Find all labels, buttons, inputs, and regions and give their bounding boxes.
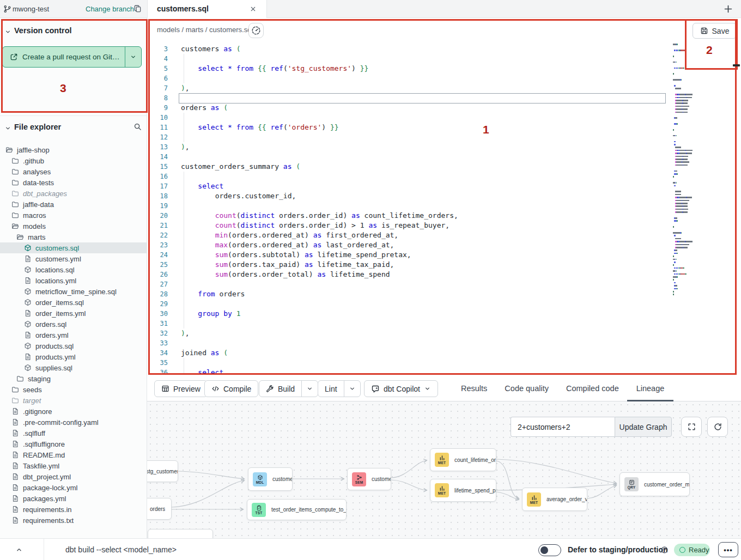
preview-button[interactable]: Preview	[154, 380, 208, 397]
tree-item-.sqlfluffignore[interactable]: .sqlfluffignore	[0, 439, 147, 449]
code-line-6[interactable]: 6	[147, 74, 741, 83]
tree-item-products.sql[interactable]: products.sql	[0, 340, 147, 351]
tree-item-.github[interactable]: .github	[0, 155, 147, 166]
tree-item-supplies.sql[interactable]: supplies.sql	[0, 362, 147, 373]
code-line-24[interactable]: 24 sum(orders.subtotal) as lifetime_spen…	[147, 250, 741, 260]
code-line-34[interactable]: 34joined as (	[147, 348, 741, 358]
tree-item-customers.yml[interactable]: customers.yml	[0, 253, 147, 264]
tree-item-locations.yml[interactable]: locations.yml	[0, 275, 147, 286]
code-line-25[interactable]: 25 sum(orders.tax_paid) as lifetime_tax_…	[147, 260, 741, 270]
tree-item-package-lock.yml[interactable]: package-lock.yml	[0, 482, 147, 493]
lineage-canvas[interactable]: MDLstg_customersMDLordersMDLcustomersTST…	[147, 401, 741, 538]
code-line-27[interactable]: 27	[147, 279, 741, 289]
tree-item-customers.sql[interactable]: customers.sql	[0, 242, 147, 253]
tree-item-Taskfile.yml[interactable]: Taskfile.yml	[0, 460, 147, 471]
pr-dropdown-chevron-icon[interactable]	[125, 47, 141, 67]
lineage-node-orders[interactable]: MDLorders	[147, 498, 172, 520]
tree-item-seeds[interactable]: seeds	[0, 384, 147, 395]
code-line-26[interactable]: 26 sum(orders.order_total) as lifetime_s…	[147, 270, 741, 279]
tree-item-jaffle-shop[interactable]: jaffle-shop	[0, 144, 147, 155]
chevron-down-icon[interactable]	[4, 28, 11, 35]
new-tab-icon[interactable]	[723, 4, 733, 14]
lint-button[interactable]: Lint	[318, 380, 361, 397]
tree-item-.pre-commit-config.yaml[interactable]: .pre-commit-config.yaml	[0, 417, 147, 428]
code-line-15[interactable]: 15customer_orders_summary as (	[147, 162, 741, 172]
refresh-icon[interactable]	[707, 417, 728, 437]
lineage-node-stg_customers[interactable]: MDLstg_customers	[147, 460, 178, 482]
lineage-node-average_order_value[interactable]: METaverage_order_value	[522, 488, 587, 511]
code-line-7[interactable]: 7),	[147, 83, 741, 93]
code-line-19[interactable]: 19	[147, 201, 741, 211]
tree-item-order_items.yml[interactable]: order_items.yml	[0, 308, 147, 319]
code-line-3[interactable]: 3customers as (	[147, 44, 741, 54]
build-dropdown-chevron-icon[interactable]	[301, 381, 318, 397]
tree-item-requirements.in[interactable]: requirements.in	[0, 504, 147, 515]
code-line-5[interactable]: 5 select * from {{ ref('stg_customers') …	[147, 64, 741, 74]
compile-button[interactable]: Compile	[204, 380, 258, 397]
code-line-33[interactable]: 33	[147, 338, 741, 348]
tree-item-products.yml[interactable]: products.yml	[0, 351, 147, 362]
code-line-23[interactable]: 23 max(orders.ordered_at) as last_ordere…	[147, 240, 741, 250]
tree-item-dbt_project.yml[interactable]: dbt_project.yml	[0, 471, 147, 482]
code-line-21[interactable]: 21 count(distinct orders.order_id) > 1 a…	[147, 221, 741, 230]
code-line-32[interactable]: 32),	[147, 328, 741, 338]
help-icon[interactable]	[660, 546, 669, 554]
lineage-selector-input[interactable]	[511, 417, 615, 437]
change-branch-link[interactable]: Change branch	[86, 5, 134, 13]
lineage-node-count_lifetime_orders[interactable]: METcount_lifetime_orders	[430, 448, 496, 471]
code-line-12[interactable]: 12	[147, 132, 741, 142]
code-line-8[interactable]: 8	[147, 93, 741, 103]
close-icon[interactable]	[250, 5, 257, 13]
copilot-badge-icon[interactable]	[248, 23, 264, 38]
code-line-18[interactable]: 18 orders.customer_id,	[147, 191, 741, 201]
code-line-9[interactable]: 9orders as (	[147, 103, 741, 113]
command-input[interactable]: dbt build --select <model_name>	[65, 545, 177, 554]
tree-item-metricflow_time_spine.sql[interactable]: metricflow_time_spine.sql	[0, 286, 147, 297]
tree-item-data-tests[interactable]: data-tests	[0, 177, 147, 188]
code-line-35[interactable]: 35	[147, 358, 741, 368]
tree-item-dbt_packages[interactable]: dbt_packages	[0, 188, 147, 199]
tab-code-quality[interactable]: Code quality	[505, 375, 549, 401]
defer-toggle[interactable]	[538, 544, 561, 556]
save-button[interactable]: Save	[693, 23, 737, 39]
code-line-16[interactable]: 16	[147, 172, 741, 181]
search-icon[interactable]	[133, 123, 142, 131]
tree-item-orders.sql[interactable]: orders.sql	[0, 319, 147, 330]
code-line-29[interactable]: 29	[147, 299, 741, 309]
code-line-13[interactable]: 13),	[147, 142, 741, 152]
chevron-down-icon[interactable]	[4, 125, 11, 132]
create-pull-request-button[interactable]: Create a pull request on Git…	[2, 46, 142, 68]
tree-item-marts[interactable]: marts	[0, 232, 147, 242]
code-line-20[interactable]: 20 count(distinct orders.order_id) as co…	[147, 211, 741, 221]
code-line-31[interactable]: 31	[147, 319, 741, 328]
code-line-28[interactable]: 28 from orders	[147, 289, 741, 299]
tree-item-.sqlfluff[interactable]: .sqlfluff	[0, 428, 147, 439]
lineage-node-customer_order_metrics[interactable]: QRYcustomer_order_metrics	[619, 472, 690, 496]
lineage-node-customers[interactable]: SEMcustomers	[347, 468, 391, 490]
fullscreen-icon[interactable]	[681, 417, 702, 437]
code-line-17[interactable]: 17 select	[147, 181, 741, 191]
tab-customers-sql[interactable]: customers.sql	[147, 0, 267, 18]
code-line-22[interactable]: 22 min(orders.ordered_at) as first_order…	[147, 230, 741, 240]
lint-dropdown-chevron-icon[interactable]	[344, 381, 360, 397]
more-options-button[interactable]: •••	[718, 542, 738, 557]
tree-item-orders.yml[interactable]: orders.yml	[0, 330, 147, 340]
tab-results[interactable]: Results	[461, 375, 487, 401]
tree-item-.gitignore[interactable]: .gitignore	[0, 406, 147, 417]
tree-item-order_items.sql[interactable]: order_items.sql	[0, 297, 147, 308]
code-line-11[interactable]: 11 select * from {{ ref('orders') }}	[147, 123, 741, 132]
tree-item-packages.yml[interactable]: packages.yml	[0, 493, 147, 504]
dbt-copilot-button[interactable]: dbt Copilot	[364, 380, 438, 397]
tree-item-target[interactable]: target	[0, 395, 147, 406]
code-line-36[interactable]: 36 select	[147, 368, 741, 375]
tab-lineage[interactable]: Lineage	[636, 375, 665, 401]
tree-item-jaffle-data[interactable]: jaffle-data	[0, 199, 147, 210]
tree-item-requirements.txt[interactable]: requirements.txt	[0, 515, 147, 526]
code-line-14[interactable]: 14	[147, 152, 741, 162]
tree-item-macros[interactable]: macros	[0, 210, 147, 221]
tree-item-staging[interactable]: staging	[0, 373, 147, 384]
code-line-4[interactable]: 4	[147, 54, 741, 64]
tree-item-analyses[interactable]: analyses	[0, 166, 147, 177]
build-button[interactable]: Build	[259, 380, 318, 397]
lineage-node-customers[interactable]: MDLcustomers	[248, 467, 293, 491]
